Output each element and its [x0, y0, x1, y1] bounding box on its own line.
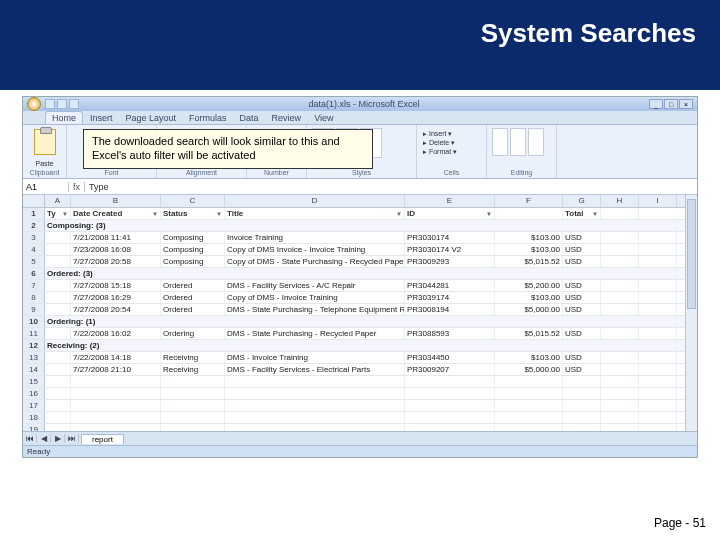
field-header[interactable]: Ty▼	[45, 208, 71, 219]
filter-dropdown-icon[interactable]: ▼	[396, 208, 402, 219]
minimize-button[interactable]: _	[649, 99, 663, 109]
tab-nav-prev-icon[interactable]: ◀	[37, 434, 51, 443]
cell[interactable]: $5,000.00	[495, 304, 563, 315]
cell[interactable]	[405, 412, 495, 423]
row-header[interactable]: 16	[23, 388, 45, 399]
cell[interactable]	[495, 412, 563, 423]
cell[interactable]: $5,200.00	[495, 280, 563, 291]
cell[interactable]: USD	[563, 352, 601, 363]
cell[interactable]: Ordered	[161, 292, 225, 303]
cell[interactable]: DMS - Invoice Training	[225, 352, 405, 363]
redo-icon[interactable]	[69, 99, 79, 109]
col-A[interactable]: A	[45, 195, 71, 207]
cell[interactable]	[71, 412, 161, 423]
maximize-button[interactable]: □	[664, 99, 678, 109]
cell[interactable]: 7/22/2008 14:18	[71, 352, 161, 363]
cell[interactable]	[225, 412, 405, 423]
cell[interactable]	[45, 232, 71, 243]
name-box[interactable]: A1	[23, 182, 69, 192]
cell[interactable]	[161, 376, 225, 387]
cell[interactable]: 7/27/2008 20:54	[71, 304, 161, 315]
cell[interactable]	[45, 328, 71, 339]
col-E[interactable]: E	[405, 195, 495, 207]
cell[interactable]	[45, 412, 71, 423]
scroll-thumb[interactable]	[687, 199, 696, 309]
cell[interactable]	[45, 376, 71, 387]
insert-cells-button[interactable]: ▸ Insert ▾	[423, 129, 480, 138]
row-header[interactable]: 9	[23, 304, 45, 315]
cell[interactable]	[639, 352, 677, 363]
cell[interactable]: Ordering	[161, 328, 225, 339]
field-header[interactable]: Total▼	[563, 208, 601, 219]
field-header[interactable]: Title▼	[225, 208, 405, 219]
cell[interactable]: USD	[563, 280, 601, 291]
cell[interactable]: 7/27/2008 20:58	[71, 256, 161, 267]
paste-icon[interactable]	[34, 129, 56, 155]
tab-data[interactable]: Data	[234, 112, 265, 124]
cell[interactable]: $103.00	[495, 292, 563, 303]
cell[interactable]	[45, 256, 71, 267]
filter-dropdown-icon[interactable]: ▼	[486, 208, 492, 219]
cell[interactable]	[161, 412, 225, 423]
cell[interactable]	[45, 304, 71, 315]
field-header[interactable]: Status▼	[161, 208, 225, 219]
row-header[interactable]: 4	[23, 244, 45, 255]
cell[interactable]: PR3030174	[405, 232, 495, 243]
cell[interactable]	[495, 388, 563, 399]
cell[interactable]	[45, 388, 71, 399]
cell[interactable]: $5,015.52	[495, 256, 563, 267]
row-header[interactable]: 1	[23, 208, 45, 219]
cell[interactable]: PR3008194	[405, 304, 495, 315]
cell[interactable]	[225, 388, 405, 399]
cell[interactable]: Copy of DMS Invoice - Invoice Training	[225, 244, 405, 255]
cell[interactable]: Copy of DMS - State Purchasing - Recycle…	[225, 256, 405, 267]
cell[interactable]	[601, 364, 639, 375]
cell[interactable]	[563, 388, 601, 399]
cell[interactable]	[601, 232, 639, 243]
cell[interactable]	[405, 400, 495, 411]
cell[interactable]: USD	[563, 328, 601, 339]
cell[interactable]: 7/27/2008 16:29	[71, 292, 161, 303]
cell[interactable]: USD	[563, 364, 601, 375]
col-D[interactable]: D	[225, 195, 405, 207]
cell[interactable]	[71, 400, 161, 411]
cell[interactable]: Composing	[161, 256, 225, 267]
cell[interactable]: USD	[563, 292, 601, 303]
col-G[interactable]: G	[563, 195, 601, 207]
delete-cells-button[interactable]: ▸ Delete ▾	[423, 138, 480, 147]
field-header[interactable]	[601, 208, 639, 219]
cell[interactable]: Ordered	[161, 280, 225, 291]
cell[interactable]: Composing	[161, 232, 225, 243]
cell[interactable]: 7/22/2008 16:02	[71, 328, 161, 339]
row-header[interactable]: 7	[23, 280, 45, 291]
cell[interactable]: DMS - Facility Services - Electrical Par…	[225, 364, 405, 375]
tab-review[interactable]: Review	[266, 112, 308, 124]
cell[interactable]: DMS - Facility Services - A/C Repair	[225, 280, 405, 291]
row-header[interactable]: 11	[23, 328, 45, 339]
cell[interactable]	[225, 400, 405, 411]
cell[interactable]	[495, 376, 563, 387]
field-header[interactable]: ID▼	[405, 208, 495, 219]
cell[interactable]: PR3034450	[405, 352, 495, 363]
autosum-icon[interactable]	[492, 128, 508, 156]
cell[interactable]	[45, 352, 71, 363]
cell[interactable]	[563, 412, 601, 423]
cell[interactable]	[45, 364, 71, 375]
row-header[interactable]: 14	[23, 364, 45, 375]
row-header[interactable]: 2	[23, 220, 45, 231]
cell[interactable]	[639, 244, 677, 255]
group-header-cell[interactable]: Ordered: (3)	[45, 268, 677, 279]
cell[interactable]: Copy of DMS - Invoice Training	[225, 292, 405, 303]
save-icon[interactable]	[45, 99, 55, 109]
cell[interactable]	[601, 328, 639, 339]
format-cells-button[interactable]: ▸ Format ▾	[423, 147, 480, 156]
sheet-tab-report[interactable]: report	[81, 434, 124, 444]
close-button[interactable]: ×	[679, 99, 693, 109]
field-header[interactable]	[495, 208, 563, 219]
cell[interactable]	[601, 256, 639, 267]
vertical-scrollbar[interactable]	[685, 195, 697, 431]
cell[interactable]	[405, 376, 495, 387]
cell[interactable]	[601, 412, 639, 423]
tab-page-layout[interactable]: Page Layout	[120, 112, 183, 124]
cell[interactable]: Invoice Training	[225, 232, 405, 243]
